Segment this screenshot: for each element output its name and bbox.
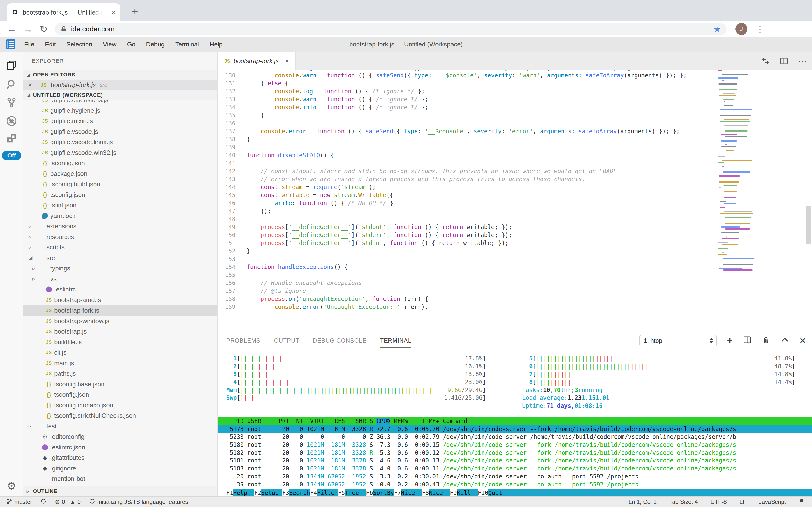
tree-file-main.js[interactable]: JSmain.js xyxy=(23,358,217,369)
tree-file-.editorconfig[interactable]: ⚙.editorconfig xyxy=(23,432,217,442)
tree-folder-resources[interactable]: ▹resources xyxy=(23,232,217,242)
status-javascript[interactable]: JavaScript xyxy=(759,499,786,505)
explorer-icon[interactable] xyxy=(0,57,23,74)
close-panel-icon[interactable]: ✕ xyxy=(799,336,806,345)
tree-file-tsconfig.strictNullChecks.json[interactable]: {}tsconfig.strictNullChecks.json xyxy=(23,410,217,421)
close-icon[interactable]: × xyxy=(28,81,38,89)
panel-tab-debug-console[interactable]: DEBUG CONSOLE xyxy=(313,331,367,350)
tree-file-yarn.lock[interactable]: yarn.lock xyxy=(23,211,217,221)
tab-close-icon[interactable]: × xyxy=(285,57,289,65)
htop-process-row-5182[interactable]: 5182 root 20 0 1021M 181M 3328 R 5.3 0.6… xyxy=(217,449,812,457)
split-editor-icon[interactable] xyxy=(779,57,788,65)
new-tab-button[interactable]: + xyxy=(128,5,142,19)
panel-tab-problems[interactable]: PROBLEMS xyxy=(226,331,260,350)
code-server-logo-icon[interactable] xyxy=(6,39,15,49)
tree-file-buildfile.js[interactable]: JSbuildfile.js xyxy=(23,337,217,348)
tree-file-bootstrap-window.js[interactable]: JSbootstrap-window.js xyxy=(23,316,217,327)
tree-file-gulpfile.vscode.js[interactable]: JSgulpfile.vscode.js xyxy=(23,126,217,137)
tree-file-bootstrap-fork.js[interactable]: JSbootstrap-fork.js xyxy=(23,305,217,316)
browser-menu-icon[interactable]: ⋮ xyxy=(756,24,764,34)
tree-folder-typings[interactable]: ▹typings xyxy=(23,263,217,274)
tree-folder-test[interactable]: ▹test xyxy=(23,421,217,432)
tree-file-.eslintrc.json[interactable]: .eslintrc.json xyxy=(23,442,217,453)
browser-tab[interactable]: bootstrap-fork.js — Untitled (W × xyxy=(7,3,120,21)
tree-file-gulpfile.vscode.win32.js[interactable]: JSgulpfile.vscode.win32.js xyxy=(23,148,217,158)
status-tab-size-4[interactable]: Tab Size: 4 xyxy=(669,499,698,505)
new-terminal-icon[interactable]: + xyxy=(727,336,733,345)
panel-tab-terminal[interactable]: TERMINAL xyxy=(380,331,411,350)
menu-help[interactable]: Help xyxy=(204,41,228,48)
menu-selection[interactable]: Selection xyxy=(61,41,98,48)
reload-icon[interactable]: ↻ xyxy=(40,23,48,35)
git-branch-indicator[interactable]: master xyxy=(6,498,32,506)
tree-file-jsconfig.json[interactable]: {}jsconfig.json xyxy=(23,158,217,169)
editor-scrollbar[interactable] xyxy=(806,206,811,244)
tree-file-gulpfile.extensions.js[interactable]: JSgulpfile.extensions.js xyxy=(23,100,217,106)
tree-file-gulpfile.hygiene.js[interactable]: JSgulpfile.hygiene.js xyxy=(23,106,217,116)
menu-terminal[interactable]: Terminal xyxy=(170,41,204,48)
tree-folder-vs[interactable]: ▹vs xyxy=(23,274,217,284)
tree-file-package.json[interactable]: {}package.json xyxy=(23,169,217,179)
bell-icon[interactable] xyxy=(799,498,805,506)
terminal-select[interactable]: 1: htop xyxy=(639,335,717,346)
editor-tab[interactable]: JS bootstrap-fork.js × xyxy=(217,52,296,70)
search-icon[interactable] xyxy=(0,75,23,93)
terminal[interactable]: 1[||||||||||||17.8%] 2[|||||||||||16.1%]… xyxy=(217,350,812,497)
tree-file-tsconfig.build.json[interactable]: {}tsconfig.build.json xyxy=(23,179,217,190)
tree-file-paths.js[interactable]: JSpaths.js xyxy=(23,369,217,379)
tree-folder-scripts[interactable]: ▹scripts xyxy=(23,242,217,253)
bookmark-star-icon[interactable]: ★ xyxy=(713,24,721,34)
tree-file-tsconfig.base.json[interactable]: {}tsconfig.base.json xyxy=(23,379,217,390)
tree-file-tsconfig.json[interactable]: {}tsconfig.json xyxy=(23,389,217,400)
htop-process-row-5178[interactable]: 5178 root 20 0 1021M 181M 3328 R 72.7 0.… xyxy=(217,425,812,433)
panel-tab-output[interactable]: OUTPUT xyxy=(274,331,299,350)
htop-process-row-39[interactable]: 39 root 20 0 1344M 62052 1952 S 0.0 0.2 … xyxy=(217,481,812,489)
kill-terminal-icon[interactable] xyxy=(762,336,770,346)
settings-gear-icon[interactable]: ⚙ xyxy=(0,480,23,492)
menu-debug[interactable]: Debug xyxy=(141,41,170,48)
tree-file-gulpfile.vscode.linux.js[interactable]: JSgulpfile.vscode.linux.js xyxy=(23,137,217,148)
source-control-icon[interactable] xyxy=(0,94,23,111)
split-terminal-icon[interactable] xyxy=(743,336,752,346)
back-icon[interactable]: ← xyxy=(7,24,16,35)
tree-file-.eslintrc[interactable]: .eslintrc xyxy=(23,284,217,295)
outline-header[interactable]: ▹ OUTLINE xyxy=(23,486,217,496)
tree-folder-src[interactable]: ◢src xyxy=(23,253,217,264)
code-editor[interactable]: 129 console.log = function () { safeSend… xyxy=(217,70,812,331)
language-status[interactable]: Initializing JS/TS language features xyxy=(89,498,188,506)
open-editor-item[interactable]: × JS bootstrap-fork.js src xyxy=(23,80,217,90)
open-editors-header[interactable]: ◢ OPEN EDITORS xyxy=(23,70,217,80)
htop-table-header[interactable]: PID USER PRI NI VIRT RES SHR S CPU% MEM%… xyxy=(217,417,812,425)
address-bar[interactable]: ide.coder.com ★ xyxy=(55,23,727,35)
sync-indicator[interactable] xyxy=(40,498,47,506)
tab-close-icon[interactable]: × xyxy=(112,8,116,16)
menu-view[interactable]: View xyxy=(98,41,122,48)
problems-indicator[interactable]: ⊗ 0 ▲ 0 xyxy=(55,499,81,505)
maximize-panel-icon[interactable] xyxy=(780,336,789,346)
tree-file-bootstrap-amd.js[interactable]: JSbootstrap-amd.js xyxy=(23,295,217,305)
menu-go[interactable]: Go xyxy=(122,41,141,48)
open-changes-icon[interactable] xyxy=(761,57,770,65)
more-actions-icon[interactable]: ⋯ xyxy=(798,59,807,63)
status-utf-8[interactable]: UTF-8 xyxy=(710,499,727,505)
status-lf[interactable]: LF xyxy=(740,499,746,505)
htop-process-row-5183[interactable]: 5183 root 20 0 1021M 181M 3328 S 4.0 0.6… xyxy=(217,465,812,473)
debug-disabled-icon[interactable] xyxy=(0,112,23,130)
tree-file-.gitignore[interactable]: ◆.gitignore xyxy=(23,463,217,474)
tree-file-tsconfig.monaco.json[interactable]: {}tsconfig.monaco.json xyxy=(23,400,217,411)
tree-file-.mention-bot[interactable]: ≡.mention-bot xyxy=(23,473,217,484)
htop-process-row-5181[interactable]: 5181 root 20 0 1021M 181M 3328 S 4.6 0.6… xyxy=(217,457,812,465)
htop-process-row-5180[interactable]: 5180 root 20 0 1021M 181M 3328 S 7.3 0.6… xyxy=(217,441,812,449)
menu-edit[interactable]: Edit xyxy=(40,41,61,48)
htop-process-row-20[interactable]: 20 root 20 0 1344M 62052 1952 S 3.3 0.2 … xyxy=(217,473,812,481)
minimap[interactable] xyxy=(718,70,759,278)
telemetry-off-badge[interactable]: Off xyxy=(2,151,21,160)
htop-process-row-5233[interactable]: 5233 root 20 0 0 0 0 Z 36.3 0.0 0:02.79 … xyxy=(217,433,812,441)
extensions-icon[interactable] xyxy=(0,130,23,148)
tree-file-tslint.json[interactable]: {}tslint.json xyxy=(23,200,217,211)
status-ln-1-col-1[interactable]: Ln 1, Col 1 xyxy=(628,499,657,505)
avatar[interactable]: J xyxy=(735,23,747,35)
tree-file-.gitattributes[interactable]: ◆.gitattributes xyxy=(23,453,217,463)
tree-file-bootstrap.js[interactable]: JSbootstrap.js xyxy=(23,326,217,337)
tree-folder-extensions[interactable]: ▹extensions xyxy=(23,221,217,232)
